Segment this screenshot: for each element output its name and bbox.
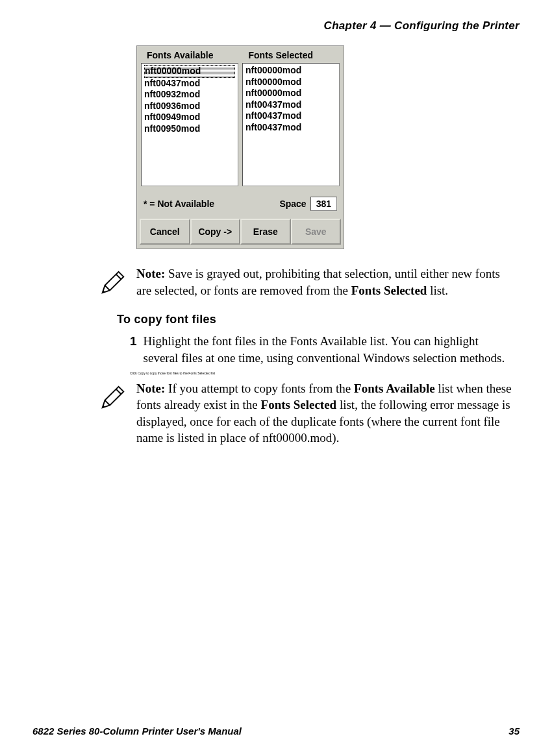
fonts-selected-header: Fonts Selected [236,50,338,60]
fonts-available-header: Fonts Available [147,50,236,60]
page-number: 35 [508,726,520,737]
list-item[interactable]: nft00000mod [245,65,336,77]
step-number: 1 [130,333,137,366]
list-item[interactable]: nft00000mod [144,65,235,78]
list-item[interactable]: nft00000mod [245,88,336,99]
step-1: 1 Highlight the font files in the Fonts … [130,333,513,366]
not-available-legend: * = Not Available [144,199,214,209]
note-text: list. [427,284,448,297]
list-item[interactable]: nft00949mod [144,112,235,123]
note-text: If you attempt to copy fonts from the [165,382,354,395]
list-item[interactable]: nft00000mod [245,77,336,88]
list-item[interactable]: nft00932mod [144,89,235,101]
note-prefix: Note: [136,382,165,395]
list-item[interactable]: nft00950mod [144,123,235,135]
cancel-button[interactable]: Cancel [140,219,190,245]
space-label: Space [279,199,306,209]
section-heading: To copy font files [117,313,520,326]
erase-button[interactable]: Erase [240,219,291,245]
list-item[interactable]: nft00437mod [245,110,336,122]
save-button: Save [291,219,342,245]
list-item[interactable]: nft00936mod [144,101,235,112]
list-item[interactable]: nft00437mod [245,122,336,134]
step-text: Highlight the font files in the Fonts Av… [144,333,513,366]
note-block: Note: Save is grayed out, prohibiting th… [97,265,513,299]
note-block: Note: If you attempt to copy fonts from … [97,380,513,447]
pencil-icon [97,268,127,298]
note-bold: Fonts Selected [261,398,337,411]
copy-button[interactable]: Copy -> [190,219,241,245]
pencil-icon [97,383,127,413]
step-2-compressed: Click Copy to copy those font files to t… [130,372,520,375]
space-value: 381 [310,197,337,211]
fonts-selected-listbox[interactable]: nft00000mod nft00000mod nft00000mod nft0… [242,63,340,186]
page-footer: 6822 Series 80-Column Printer User's Man… [32,726,520,737]
chapter-header: Chapter 4 — Configuring the Printer [32,19,520,32]
note-bold: Fonts Available [354,382,435,395]
list-item[interactable]: nft00437mod [144,78,235,90]
font-dialog-screenshot: Fonts Available Fonts Selected nft00000m… [136,45,520,249]
note-prefix: Note: [136,267,165,280]
fonts-available-listbox[interactable]: nft00000mod nft00437mod nft00932mod nft0… [141,63,238,186]
list-item[interactable]: nft00437mod [245,99,336,111]
note-bold: Fonts Selected [351,284,427,297]
manual-title: 6822 Series 80-Column Printer User's Man… [32,726,242,737]
